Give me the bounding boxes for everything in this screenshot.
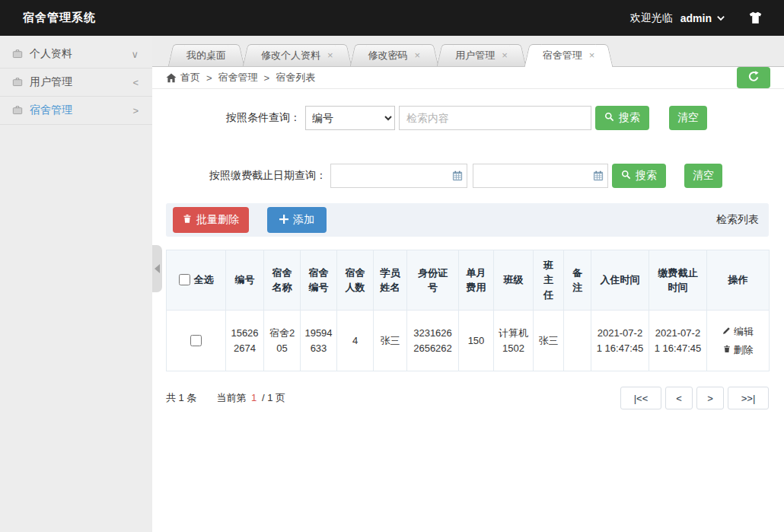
cell-student-name: 张三 xyxy=(374,311,407,371)
header-actions: 操作 xyxy=(707,250,770,311)
date-clear-button[interactable]: 清空 xyxy=(684,164,722,188)
tab-dorm-management[interactable]: 宿舍管理× xyxy=(533,44,605,67)
close-icon[interactable]: × xyxy=(327,49,333,61)
sidebar-item-label: 个人资料 xyxy=(30,47,72,61)
date-search-label: 按照缴费截止日期查询： xyxy=(166,169,327,183)
refresh-icon xyxy=(747,71,760,85)
sidebar-item-profile[interactable]: 个人资料 ∨ xyxy=(0,40,152,68)
list-title: 检索列表 xyxy=(716,213,761,227)
last-page-button[interactable]: >>| xyxy=(728,387,769,409)
table-header-row: 全选 编号 宿舍名称 宿舍编号 宿舍人数 学员姓名 身份证号 单月费用 班级 班… xyxy=(167,250,770,311)
header-id-card: 身份证号 xyxy=(407,250,459,311)
search-field-select[interactable]: 编号 xyxy=(305,106,395,130)
tab-edit-profile[interactable]: 修改个人资料× xyxy=(251,44,343,66)
cell-check-in-time: 2021-07-21 16:47:45 xyxy=(591,311,649,371)
refresh-button[interactable] xyxy=(737,67,770,88)
add-button-label: 添加 xyxy=(293,213,314,227)
close-icon[interactable]: × xyxy=(415,49,421,61)
sidebar: 个人资料 ∨ 用户管理 < 宿舍管理 > xyxy=(0,36,152,532)
app-window: 宿舍管理系统 欢迎光临 admin 个人资料 ∨ xyxy=(0,0,784,532)
close-icon[interactable]: × xyxy=(502,49,508,61)
tab-label: 修改密码 xyxy=(368,49,408,61)
delete-link[interactable]: 删除 xyxy=(711,342,765,358)
header-occupants: 宿舍人数 xyxy=(337,250,374,311)
tab-bar: 我的桌面 修改个人资料× 修改密码× 用户管理× 宿舍管理× xyxy=(152,36,784,67)
search-icon xyxy=(604,112,614,124)
sidebar-item-dorm[interactable]: 宿舍管理 > xyxy=(0,97,152,125)
next-page-button[interactable]: > xyxy=(696,387,724,409)
topbar: 宿舍管理系统 欢迎光临 admin xyxy=(0,0,784,36)
add-button[interactable]: 添加 xyxy=(267,207,327,233)
topbar-right: 欢迎光临 admin xyxy=(630,11,763,25)
tab-label: 修改个人资料 xyxy=(261,49,320,61)
home-icon xyxy=(166,73,177,83)
chevron-left-icon xyxy=(155,264,160,273)
date-to-input[interactable] xyxy=(473,164,608,188)
header-head-teacher: 班主任 xyxy=(534,250,564,311)
cell-remark xyxy=(564,311,591,371)
sidebar-item-users[interactable]: 用户管理 < xyxy=(0,68,152,97)
sidebar-collapse-handle[interactable] xyxy=(152,245,162,292)
calendar-icon[interactable] xyxy=(593,170,604,181)
current-page-suffix: / 1 页 xyxy=(262,392,285,403)
clear-button[interactable]: 清空 xyxy=(669,106,707,130)
table-footer: 共 1 条 当前第 1 / 1 页 |<< < > >>| xyxy=(166,387,769,409)
breadcrumb-dorm-management[interactable]: 宿舍管理 xyxy=(218,71,258,84)
close-icon[interactable]: × xyxy=(589,49,595,61)
header-select-all: 全选 xyxy=(167,250,226,311)
username[interactable]: admin xyxy=(680,12,712,24)
cell-select xyxy=(167,311,226,371)
breadcrumb-home[interactable]: 首页 xyxy=(180,71,200,84)
tab-user-management[interactable]: 用户管理× xyxy=(445,44,518,66)
briefcase-icon xyxy=(12,77,23,88)
calendar-icon[interactable] xyxy=(452,170,463,181)
sidebar-item-label: 用户管理 xyxy=(30,75,72,89)
breadcrumb-separator: > xyxy=(264,72,270,84)
header-student-name: 学员姓名 xyxy=(374,250,407,311)
date-search-button[interactable]: 搜索 xyxy=(612,164,666,188)
edit-link[interactable]: 编辑 xyxy=(711,324,765,339)
date-search-row: 按照缴费截止日期查询： xyxy=(166,164,769,188)
cell-head-teacher: 张三 xyxy=(534,311,564,371)
briefcase-icon xyxy=(12,105,23,116)
row-checkbox[interactable] xyxy=(190,335,202,346)
cell-monthly-fee: 150 xyxy=(459,311,494,371)
briefcase-icon xyxy=(12,49,23,59)
clear-button-label: 清空 xyxy=(693,169,714,183)
content: 按照条件查询： 编号 搜索 清空 xyxy=(152,89,784,532)
date-from-input[interactable] xyxy=(330,164,467,188)
edit-label: 编辑 xyxy=(734,324,754,339)
search-button[interactable]: 搜索 xyxy=(595,106,649,130)
cell-actions: 编辑 删除 xyxy=(707,311,770,371)
prev-page-button[interactable]: < xyxy=(665,387,693,409)
chevron-right-icon: > xyxy=(132,105,139,116)
date-from-wrap xyxy=(330,164,467,188)
clear-button-label: 清空 xyxy=(677,111,699,125)
tab-desktop[interactable]: 我的桌面 xyxy=(177,44,236,66)
current-page-number: 1 xyxy=(251,392,257,403)
search-input[interactable] xyxy=(399,106,591,130)
header-fee-deadline: 缴费截止时间 xyxy=(649,250,707,311)
tab-change-password[interactable]: 修改密码× xyxy=(359,44,431,66)
first-page-button[interactable]: |<< xyxy=(620,387,661,409)
dorm-table: 全选 编号 宿舍名称 宿舍编号 宿舍人数 学员姓名 身份证号 单月费用 班级 班… xyxy=(166,250,770,371)
cell-class: 计算机1502 xyxy=(494,311,534,371)
table-row: 156262674 宿舍205 19594633 4 张三 3231626265… xyxy=(167,311,770,371)
cell-occupants: 4 xyxy=(337,311,374,371)
breadcrumb-dorm-list[interactable]: 宿舍列表 xyxy=(276,71,315,84)
pagination: |<< < > >>| xyxy=(620,387,769,409)
header-dorm-code: 宿舍编号 xyxy=(301,250,337,311)
trash-icon xyxy=(183,214,192,226)
search-button-label: 搜索 xyxy=(619,111,640,125)
cell-dorm-code: 19594633 xyxy=(301,311,337,371)
tab-label: 宿舍管理 xyxy=(543,49,582,61)
chevron-down-icon[interactable] xyxy=(716,14,725,22)
pencil-icon xyxy=(722,324,731,339)
shirt-icon[interactable] xyxy=(748,11,763,24)
search-icon xyxy=(621,170,631,182)
select-all-checkbox[interactable] xyxy=(179,274,190,285)
chevron-left-icon: < xyxy=(132,77,139,88)
select-all-label: 全选 xyxy=(194,274,214,285)
batch-delete-button[interactable]: 批量删除 xyxy=(173,207,249,233)
cell-fee-deadline: 2021-07-21 16:47:45 xyxy=(649,311,707,371)
